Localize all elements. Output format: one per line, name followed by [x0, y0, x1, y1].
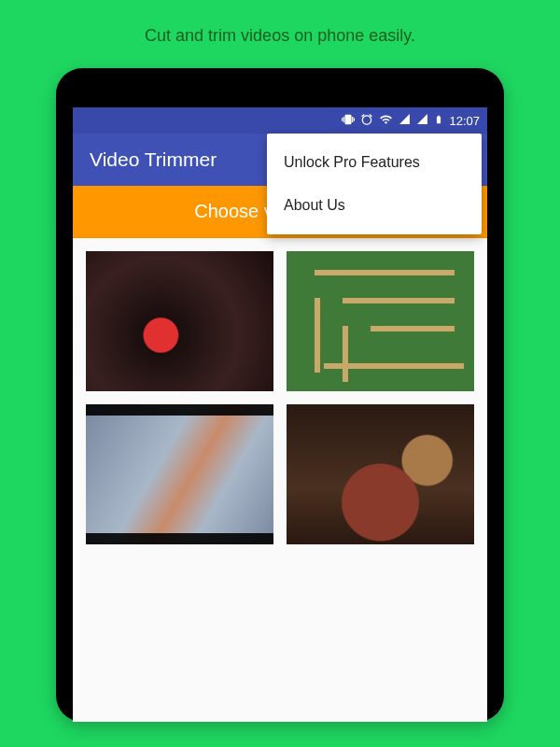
menu-item-about-us[interactable]: About Us: [267, 184, 482, 227]
overflow-menu: Unlock Pro Features About Us: [267, 134, 482, 234]
status-time: 12:07: [449, 114, 480, 128]
signal-icon-2: [416, 113, 428, 128]
menu-item-unlock-pro[interactable]: Unlock Pro Features: [267, 141, 482, 184]
video-grid: [73, 238, 487, 557]
battery-icon: [434, 113, 443, 129]
signal-icon: [399, 113, 411, 128]
video-thumbnail-1[interactable]: [86, 251, 273, 391]
promo-tagline: Cut and trim videos on phone easily.: [145, 26, 415, 46]
status-bar: 12:07: [73, 107, 487, 134]
vibrate-icon: [342, 113, 355, 129]
wifi-icon: [379, 113, 393, 129]
video-thumbnail-2[interactable]: [287, 251, 474, 391]
video-thumbnail-4[interactable]: [287, 404, 474, 544]
device-screen: 12:07 Video Trimmer Choose video to trim…: [73, 107, 487, 722]
video-thumbnail-3[interactable]: [86, 404, 273, 544]
tablet-frame: 12:07 Video Trimmer Choose video to trim…: [56, 68, 504, 722]
app-title: Video Trimmer: [90, 148, 217, 171]
alarm-icon: [360, 113, 373, 129]
